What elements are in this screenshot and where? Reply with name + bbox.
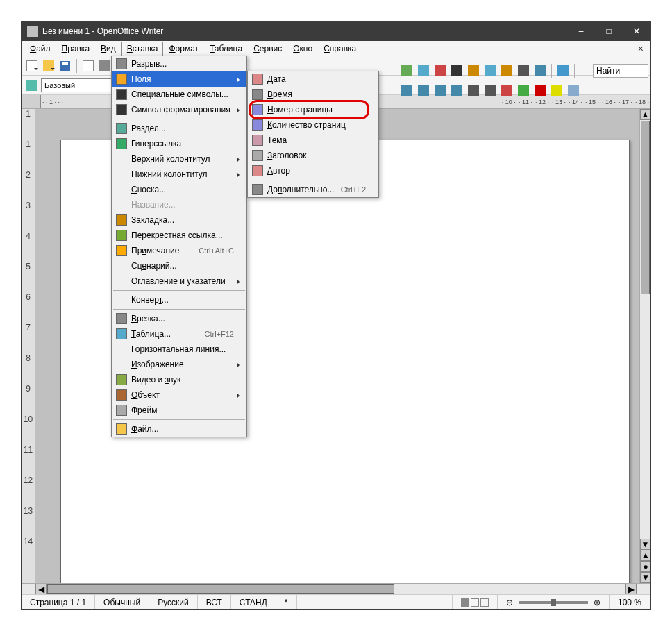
- next-page-button[interactable]: ▼: [640, 572, 650, 583]
- status-zoom[interactable]: 100 %: [610, 595, 650, 609]
- color-icon[interactable]: [432, 63, 448, 78]
- db-icon[interactable]: [399, 63, 414, 78]
- shortcut: Ctrl+Alt+C: [199, 246, 234, 255]
- menu-item[interactable]: Номер страницы: [248, 102, 378, 117]
- indent-dec-icon[interactable]: [499, 83, 514, 98]
- help-icon[interactable]: [555, 63, 571, 78]
- align-center-icon[interactable]: [416, 83, 431, 98]
- menu-вставка[interactable]: Вставка: [121, 42, 164, 56]
- menu-item[interactable]: Видео и звук: [112, 372, 246, 387]
- menu-item[interactable]: Заголовок: [248, 148, 378, 163]
- menu-item[interactable]: Изображение: [112, 357, 246, 372]
- find-toolbar-input[interactable]: Найти: [593, 64, 648, 78]
- vertical-ruler[interactable]: 11234567891011121314: [22, 109, 35, 583]
- menu-item[interactable]: Врезка...: [112, 311, 246, 326]
- horizontal-scrollbar[interactable]: ◀ ▶: [35, 584, 637, 594]
- status-selection[interactable]: СТАНД: [231, 595, 276, 609]
- list-num-icon[interactable]: [466, 83, 481, 98]
- menu-item[interactable]: Таблица...Ctrl+F12: [112, 326, 246, 342]
- menu-item[interactable]: Дата: [248, 71, 378, 87]
- prev-page-button[interactable]: ▲: [640, 550, 650, 561]
- menu-файл[interactable]: Файл: [24, 42, 56, 56]
- table-icon[interactable]: [416, 63, 431, 78]
- menu-item[interactable]: Поля: [112, 71, 246, 87]
- menu-item[interactable]: Символ форматирования: [112, 102, 246, 117]
- menu-item[interactable]: Сноска...: [112, 182, 246, 197]
- menu-item[interactable]: Автор: [248, 163, 378, 178]
- status-language[interactable]: Русский: [149, 595, 198, 609]
- menu-item[interactable]: Сценарий...: [112, 258, 246, 274]
- status-style[interactable]: Обычный: [95, 595, 149, 609]
- font-color-icon[interactable]: [532, 83, 548, 98]
- menu-item[interactable]: Тема: [248, 133, 378, 148]
- align-justify-icon[interactable]: [449, 83, 464, 98]
- nav-button[interactable]: ●: [640, 561, 650, 572]
- print-button[interactable]: [97, 58, 112, 74]
- open-button[interactable]: [41, 58, 56, 74]
- menu-item[interactable]: Название...: [112, 197, 246, 212]
- menu-item[interactable]: Раздел...: [112, 121, 246, 136]
- menu-item[interactable]: ПримечаниеCtrl+Alt+C: [112, 243, 246, 258]
- menu-item[interactable]: Горизонтальная линия...: [112, 342, 246, 357]
- close-button[interactable]: ✕: [623, 22, 650, 41]
- menu-item[interactable]: Количество страниц: [248, 117, 378, 133]
- vertical-scrollbar[interactable]: ▲ ▼ ▲ ● ▼: [639, 109, 650, 583]
- menu-item[interactable]: Закладка...: [112, 212, 246, 228]
- status-page[interactable]: Страница 1 / 1: [22, 595, 95, 609]
- submenu-arrow-icon: [237, 279, 242, 285]
- menu-item[interactable]: Специальные символы...: [112, 87, 246, 102]
- bg-color-icon[interactable]: [566, 83, 581, 98]
- scroll-up-button[interactable]: ▲: [640, 109, 650, 120]
- menu-сервис[interactable]: Сервис: [248, 42, 287, 56]
- scroll-thumb[interactable]: [47, 584, 394, 594]
- binoculars-icon[interactable]: [449, 63, 464, 78]
- menu-item-label: Врезка...: [131, 314, 234, 323]
- status-zoom-slider[interactable]: ⊖⊕: [498, 595, 610, 609]
- status-view-layout[interactable]: [453, 595, 498, 609]
- menu-вид[interactable]: Вид: [95, 42, 121, 56]
- pilcrow-icon[interactable]: [516, 63, 531, 78]
- menu-окно[interactable]: Окно: [287, 42, 318, 56]
- menu-item[interactable]: Конверт...: [112, 292, 246, 308]
- list-bul-icon[interactable]: [482, 83, 498, 98]
- maximize-button[interactable]: □: [595, 22, 623, 41]
- highlight-icon[interactable]: [549, 83, 564, 98]
- scroll-left-button[interactable]: ◀: [35, 584, 47, 594]
- menu-item[interactable]: Нижний колонтитул: [112, 167, 246, 182]
- gallery-icon[interactable]: [466, 63, 481, 78]
- menu-item-label: Дата: [267, 74, 366, 84]
- scroll-right-button[interactable]: ▶: [625, 584, 637, 594]
- zoom-icon[interactable]: [532, 63, 548, 78]
- media-icon: [115, 374, 128, 385]
- scroll-thumb[interactable]: [641, 121, 650, 294]
- menu-item[interactable]: Дополнительно...Ctrl+F2: [248, 182, 378, 197]
- menu-item[interactable]: Верхний колонтитул: [112, 151, 246, 167]
- menu-item[interactable]: Файл...: [112, 421, 246, 437]
- save-button[interactable]: [58, 58, 73, 74]
- menu-item[interactable]: Оглавление и указатели: [112, 274, 246, 289]
- menu-item[interactable]: Время: [248, 87, 378, 102]
- menu-таблица[interactable]: Таблица: [204, 42, 248, 56]
- align-left-icon[interactable]: [399, 83, 414, 98]
- special-char-icon: [115, 89, 128, 100]
- new-doc-button[interactable]: [24, 58, 40, 74]
- menu-item[interactable]: Перекрестная ссылка...: [112, 228, 246, 243]
- export-pdf-button[interactable]: [81, 58, 96, 74]
- menubar-close-button[interactable]: ×: [634, 43, 648, 54]
- menu-справка[interactable]: Справка: [318, 42, 362, 56]
- align-right-icon[interactable]: [432, 83, 448, 98]
- menu-формат[interactable]: Формат: [163, 42, 204, 56]
- menu-item[interactable]: Разрыв...: [112, 56, 246, 71]
- status-insert[interactable]: ВСТ: [198, 595, 231, 609]
- menu-item[interactable]: Гиперссылка: [112, 136, 246, 151]
- status-modified[interactable]: *: [276, 595, 297, 609]
- menu-item[interactable]: Объект: [112, 387, 246, 403]
- indent-inc-icon[interactable]: [516, 83, 531, 98]
- db3-icon[interactable]: [499, 63, 514, 78]
- scroll-down-button[interactable]: ▼: [640, 539, 650, 550]
- menu-правка[interactable]: Правка: [56, 42, 96, 56]
- minimize-button[interactable]: –: [567, 22, 595, 41]
- db2-icon[interactable]: [482, 63, 498, 78]
- styles-button[interactable]: [24, 78, 40, 93]
- menu-item[interactable]: Фрейм: [112, 403, 246, 418]
